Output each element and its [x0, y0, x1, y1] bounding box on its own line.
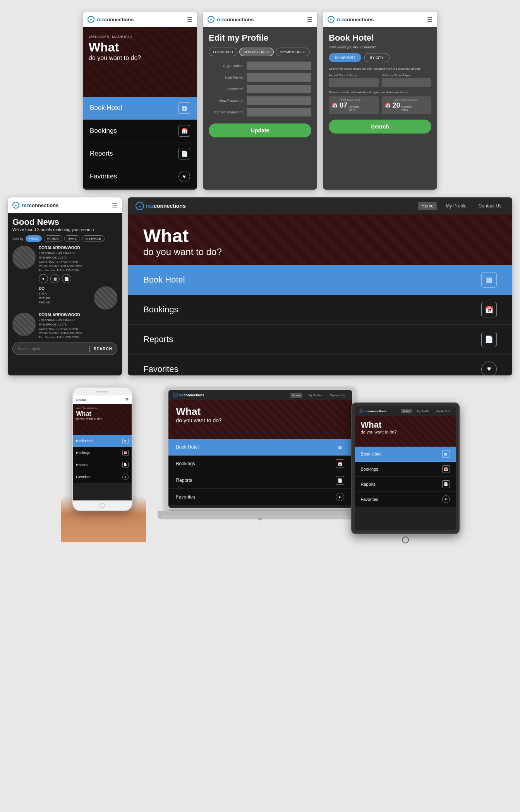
tablet-logo-text: rezconnections	[364, 409, 387, 413]
laptop-label-bookings: Bookings	[176, 461, 195, 466]
logo-text-2: rezconnections	[217, 17, 254, 22]
departure-day: 20	[393, 101, 400, 110]
desktop-menu-favorites[interactable]: Favorites ♥	[128, 355, 512, 375]
tablet-menu-bookings[interactable]: Bookings 📅	[355, 462, 456, 477]
input-username[interactable]	[247, 73, 311, 82]
phone-icon-reports: 📄	[122, 462, 129, 468]
hamburger-icon-2[interactable]: ☰	[307, 16, 312, 23]
bookings-icon: 📅	[178, 125, 190, 137]
book-subtitle: How would you like to search?	[329, 45, 431, 49]
tablet-menu-favorites[interactable]: Favorites ♥	[355, 492, 456, 507]
airport-code-label: Airport Code / Name	[329, 74, 379, 77]
sort-rating[interactable]: RATING	[44, 235, 62, 242]
sort-name[interactable]: NAME	[64, 235, 80, 242]
search-again-input[interactable]	[17, 347, 86, 351]
menu-item-book-hotel[interactable]: Book Hotel ▦	[83, 97, 197, 120]
airport-tabs: BY AIRPORT BY CITY	[329, 53, 431, 62]
phone-label-reports: Reports	[76, 463, 89, 467]
tablet-nav-contact[interactable]: Contact Us	[434, 409, 452, 413]
sort-price[interactable]: PRICE	[26, 235, 42, 242]
search-button[interactable]: Search	[329, 120, 431, 134]
phone-home-button[interactable]	[73, 500, 132, 510]
laptop-menu-favorites[interactable]: Favorites ♥	[168, 489, 352, 505]
departure-date-box[interactable]: 📅 Hotel Departure Date 20 October 2014	[382, 96, 432, 114]
arrival-date-box[interactable]: 📅 Hotel Arrival Date 07 October 2014	[329, 96, 379, 114]
arrival-label: Hotel Arrival Date	[340, 99, 360, 101]
hotel-thumb-img-3	[12, 313, 36, 336]
hotel-report-btn-1[interactable]: 📄	[62, 274, 71, 283]
laptop-title: What	[176, 406, 344, 417]
laptop-menu-book[interactable]: Book Hotel ▦	[168, 439, 352, 456]
tablet-nav-home[interactable]: Home	[401, 409, 412, 413]
tab-payment-info[interactable]: PAYMENT INFO	[276, 48, 310, 56]
tablet-screen: ● rezconnections Home My Profile Contact…	[355, 406, 456, 530]
menu-item-bookings[interactable]: Bookings 📅	[83, 120, 197, 142]
sort-distance[interactable]: DISTANCE	[82, 235, 105, 242]
input-confirm-password[interactable]	[247, 108, 311, 116]
sort-label: Sort by	[12, 237, 24, 241]
nav-home[interactable]: Home	[418, 202, 437, 210]
input-organization[interactable]	[247, 62, 311, 70]
input-new-password[interactable]	[247, 96, 311, 105]
phone-item-book[interactable]: Book Hotel ▦	[73, 435, 132, 447]
menu-item-reports[interactable]: Reports 📄	[83, 142, 197, 165]
hotel-book-btn-1[interactable]: ▦	[50, 274, 60, 283]
hotel-actions-1: ♥ ▦ 📄	[39, 274, 117, 283]
tablet-home-button[interactable]	[402, 536, 409, 543]
tablet-nav-profile[interactable]: My Profile	[415, 409, 431, 413]
phone-hamburger[interactable]: ☰	[125, 398, 129, 402]
tablet-logo-icon: ●	[359, 409, 363, 413]
tab-contact-info[interactable]: CONTACT INFO	[239, 48, 274, 56]
desktop-menu-label-bookings: Bookings	[143, 305, 178, 315]
laptop-logo-text: rezconnections	[179, 393, 204, 397]
update-button[interactable]: Update	[209, 123, 311, 137]
tab-login-info[interactable]: LOGIN INFO	[209, 48, 237, 56]
nav-my-profile[interactable]: My Profile	[443, 202, 469, 210]
phone-icon-book: ▦	[122, 438, 129, 444]
menu-item-favorites[interactable]: Favorites ♥	[83, 165, 197, 188]
search-again-button[interactable]: SEARCH	[94, 347, 112, 351]
logo-text: rezconnections	[97, 17, 134, 22]
desktop-menu-bookings[interactable]: Bookings 📅	[128, 295, 512, 325]
hotel-addr-3: 975 ANDERSON HILL RD RYE BROOK 10573 CON…	[39, 318, 117, 339]
hotel-addr-2: 975 A...RYE BR...PHONE...	[39, 291, 91, 305]
bottom-section: rezconn. ☰ WELCOME: MAURICIO What do you…	[8, 387, 512, 542]
menu-label-reports: Reports	[90, 150, 113, 158]
phone-item-favorites[interactable]: Favorites ♥	[73, 471, 132, 483]
departure-label: Hotel Departure Date	[393, 99, 418, 101]
hamburger-icon[interactable]: ☰	[187, 16, 192, 23]
nav-contact-us[interactable]: Contact Us	[475, 202, 505, 210]
input-distance[interactable]	[382, 78, 432, 87]
laptop-menu-bookings[interactable]: Bookings 📅	[168, 456, 352, 472]
tablet-menu-book[interactable]: Book Hotel ▦	[355, 447, 456, 462]
tablet-menu-reports[interactable]: Reports 📄	[355, 477, 456, 492]
desktop-menu-reports[interactable]: Reports 📄	[128, 325, 512, 355]
btn-by-city[interactable]: BY CITY	[364, 53, 390, 62]
phone-item-reports[interactable]: Reports 📄	[73, 459, 132, 471]
laptop-nav-profile[interactable]: My Profile	[306, 393, 324, 398]
hotel-fav-btn-1[interactable]: ♥	[39, 274, 48, 283]
card-edit-profile: rezconnections ☰ Edit my Profile LOGIN I…	[203, 12, 317, 190]
laptop-nav-contact[interactable]: Contact Us	[328, 393, 347, 398]
hotel-thumb-2-spacer	[12, 286, 36, 306]
btn-by-airport[interactable]: BY AIRPORT	[329, 53, 361, 62]
hotel-item-1: DORALARROWWOOD 975 ANDERSON HILL RD RYE …	[12, 246, 117, 283]
phone-top-bar	[73, 388, 132, 396]
laptop-logo-area: ● rezconnections	[173, 393, 204, 397]
laptop-icon-book: ▦	[336, 443, 344, 451]
phone-item-bookings[interactable]: Bookings 📅	[73, 447, 132, 459]
hamburger-icon-3[interactable]: ☰	[427, 16, 432, 23]
input-airport-code[interactable]	[329, 78, 379, 87]
desktop-hero-title: What	[143, 226, 497, 247]
date-note: Please specify both arrival and departur…	[329, 91, 431, 94]
desktop-book-icon: ▦	[481, 272, 497, 288]
desktop-hero: What do you want to do?	[128, 214, 512, 265]
laptop-menu-reports[interactable]: Reports 📄	[168, 472, 352, 489]
tablet-icon-reports: 📄	[442, 480, 450, 488]
input-password[interactable]	[247, 85, 311, 93]
hotel-thumb-1	[12, 246, 36, 269]
hamburger-icon-results[interactable]: ☰	[112, 202, 117, 209]
hero-subtitle: do you want to do?	[89, 54, 191, 62]
laptop-nav-home[interactable]: Home	[290, 393, 302, 398]
desktop-menu-book-hotel[interactable]: Book Hotel ▦	[128, 265, 512, 295]
